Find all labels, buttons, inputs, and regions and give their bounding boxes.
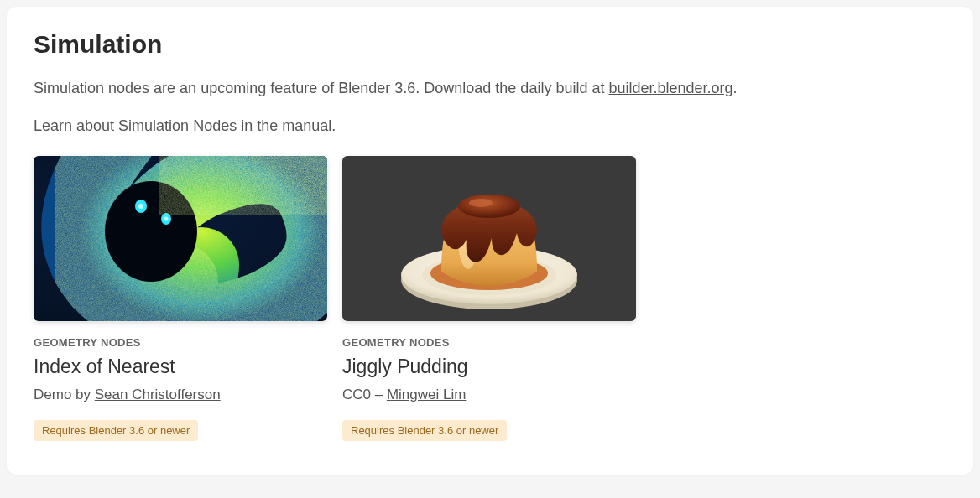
- section-card: Simulation Simulation nodes are an upcom…: [7, 7, 973, 475]
- svg-point-13: [458, 195, 520, 218]
- section-title: Simulation: [34, 30, 946, 59]
- version-badge: Requires Blender 3.6 or newer: [342, 420, 507, 441]
- demo-thumbnail-link[interactable]: [34, 156, 327, 321]
- desc-prefix: Simulation nodes are an upcoming feature…: [34, 80, 608, 96]
- credit-link[interactable]: Sean Christofferson: [95, 386, 221, 402]
- builder-link[interactable]: builder.blender.org: [608, 80, 732, 96]
- item-category: GEOMETRY NODES: [342, 336, 636, 349]
- particle-swirl-image: [34, 156, 327, 321]
- demo-item: GEOMETRY NODES Jiggly Pudding CC0 – Ming…: [342, 156, 636, 441]
- credit-prefix: CC0 –: [342, 386, 387, 402]
- learn-description: Learn about Simulation Nodes in the manu…: [34, 115, 946, 137]
- manual-link[interactable]: Simulation Nodes in the manual: [118, 117, 331, 134]
- pudding-image: [342, 156, 636, 321]
- item-title: Jiggly Pudding: [342, 355, 636, 378]
- items-grid: GEOMETRY NODES Index of Nearest Demo by …: [34, 156, 946, 441]
- svg-point-14: [469, 199, 493, 207]
- item-category: GEOMETRY NODES: [34, 336, 327, 349]
- svg-rect-6: [159, 156, 327, 215]
- svg-point-5: [164, 217, 169, 221]
- version-badge: Requires Blender 3.6 or newer: [34, 420, 198, 441]
- item-credit: CC0 – Mingwei Lim: [342, 386, 636, 403]
- learn-suffix: .: [331, 117, 336, 134]
- demo-item: GEOMETRY NODES Index of Nearest Demo by …: [34, 156, 327, 441]
- item-title: Index of Nearest: [34, 355, 327, 378]
- svg-point-4: [138, 204, 143, 209]
- learn-prefix: Learn about: [34, 117, 118, 134]
- section-description: Simulation nodes are an upcoming feature…: [34, 77, 946, 100]
- credit-prefix: Demo by: [34, 386, 95, 402]
- credit-link[interactable]: Mingwei Lim: [387, 386, 466, 402]
- desc-suffix: .: [733, 80, 738, 96]
- item-credit: Demo by Sean Christofferson: [34, 386, 327, 403]
- demo-thumbnail-link[interactable]: [342, 156, 636, 321]
